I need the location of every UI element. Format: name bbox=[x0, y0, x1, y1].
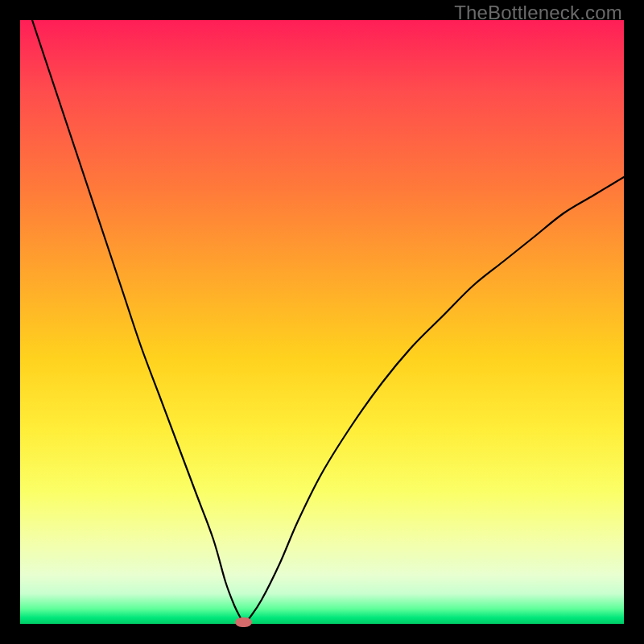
minimum-marker bbox=[235, 617, 252, 627]
bottleneck-curve bbox=[20, 20, 624, 624]
chart-frame: TheBottleneck.com bbox=[0, 0, 644, 644]
plot-area bbox=[20, 20, 624, 624]
curve-path bbox=[32, 20, 624, 624]
